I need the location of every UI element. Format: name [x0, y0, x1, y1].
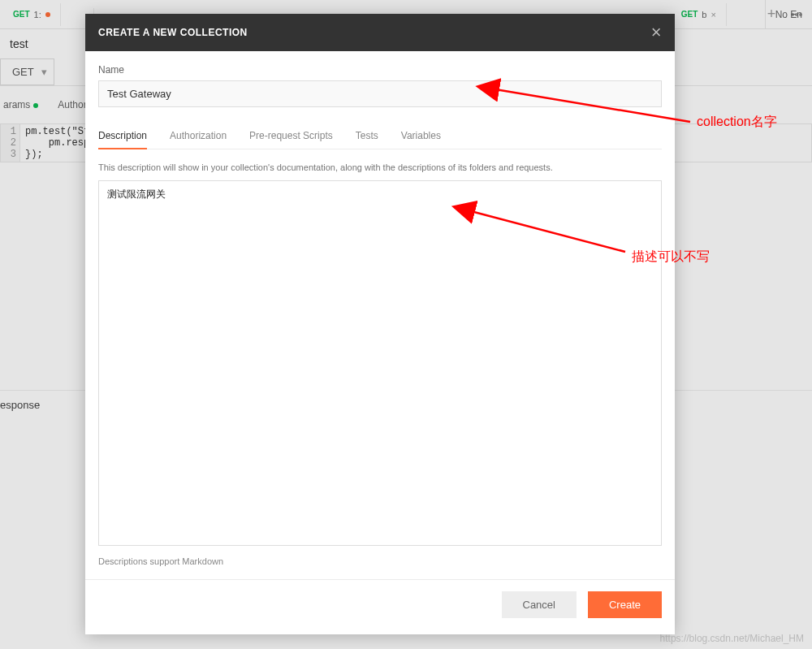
tab-authorization[interactable]: Authorization — [170, 123, 227, 149]
dialog-title: CREATE A NEW COLLECTION — [98, 27, 248, 38]
collection-name-input[interactable] — [98, 80, 662, 107]
cancel-button[interactable]: Cancel — [502, 591, 577, 618]
description-textarea[interactable]: 测试限流网关 — [98, 180, 662, 546]
description-helper: This description will show in your colle… — [98, 162, 662, 172]
name-label: Name — [98, 64, 662, 76]
dialog-tabs: Description Authorization Pre-request Sc… — [98, 123, 662, 149]
tab-variables[interactable]: Variables — [401, 123, 441, 149]
dialog-header: CREATE A NEW COLLECTION × — [85, 14, 675, 51]
dialog-body: Name Description Authorization Pre-reque… — [85, 51, 675, 579]
tab-tests[interactable]: Tests — [356, 123, 378, 149]
close-icon[interactable]: × — [651, 24, 662, 41]
markdown-hint: Descriptions support Markdown — [98, 556, 662, 566]
create-collection-dialog: CREATE A NEW COLLECTION × Name Descripti… — [85, 14, 675, 634]
tab-prerequest[interactable]: Pre-request Scripts — [249, 123, 333, 149]
dialog-footer: Cancel Create — [85, 579, 675, 634]
tab-description[interactable]: Description — [98, 123, 147, 149]
create-button[interactable]: Create — [588, 591, 662, 618]
